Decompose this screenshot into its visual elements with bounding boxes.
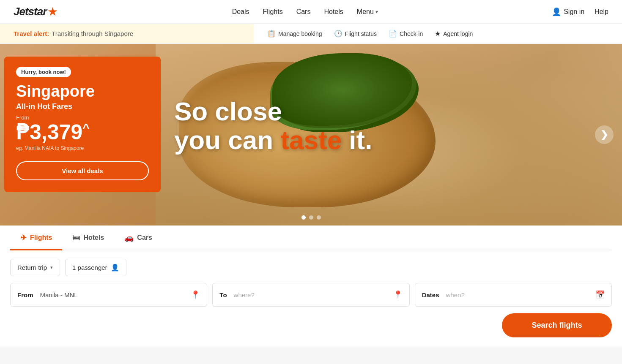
dates-placeholder: when? (446, 291, 465, 299)
agent-login-label: Agent login (443, 30, 473, 37)
help-link[interactable]: Help (595, 8, 608, 16)
utility-actions: 📋 Manage booking 🕐 Flight status 📄 Check… (254, 24, 486, 43)
promo-from-label: From (16, 114, 149, 121)
search-flights-button[interactable]: Search flights (502, 313, 612, 337)
alert-label: Travel alert: (14, 30, 49, 37)
agent-login-link[interactable]: ★ Agent login (435, 30, 473, 38)
logo[interactable]: Jetstar★ (14, 5, 58, 19)
search-tabs: ✈ Flights 🛏 Hotels 🚗 Cars (10, 225, 612, 250)
alert-message: Transiting through Singapore (52, 30, 133, 37)
hero-tagline-line2: you can taste it. (174, 126, 373, 155)
from-field[interactable]: From Manila - MNL 📍 (10, 283, 207, 307)
manage-booking-link[interactable]: 📋 Manage booking (267, 30, 322, 38)
promo-price: ₱3,379^ (16, 122, 149, 143)
manage-booking-icon: 📋 (267, 30, 276, 38)
nav-menu[interactable]: Menu ▾ (357, 8, 378, 16)
sign-in-button[interactable]: 👤 Sign in (552, 7, 584, 16)
chevron-down-icon: ▾ (375, 9, 378, 15)
nav-deals[interactable]: Deals (232, 8, 249, 16)
header-right: 👤 Sign in Help (552, 7, 608, 16)
sign-in-label: Sign in (564, 8, 584, 16)
manage-booking-label: Manage booking (278, 30, 322, 37)
dates-field[interactable]: Dates when? 📅 (415, 283, 612, 307)
alert-content: Travel alert: Transiting through Singapo… (14, 30, 133, 37)
utility-bar: Travel alert: Transiting through Singapo… (0, 24, 622, 44)
to-placeholder: where? (234, 291, 255, 299)
travel-alert: Travel alert: Transiting through Singapo… (0, 24, 254, 43)
promo-price-suffix: ^ (82, 121, 89, 134)
view-all-deals-button[interactable]: View all deals (16, 161, 149, 180)
chevron-right-icon: ❯ (600, 129, 608, 140)
nav-menu-label: Menu (357, 8, 374, 16)
to-field[interactable]: To where? 📍 (212, 283, 409, 307)
hero-tagline: So close you can taste it. (174, 97, 373, 154)
trip-type-dropdown[interactable]: Return trip ▾ (10, 259, 60, 276)
flight-status-label: Flight status (345, 30, 377, 37)
tab-hotels[interactable]: 🛏 Hotels (62, 225, 114, 250)
hero-tagline-line1: So close (174, 97, 373, 125)
agent-login-icon: ★ (435, 30, 441, 38)
passengers-dropdown[interactable]: 1 passenger 👤 (65, 259, 126, 276)
flights-tab-label: Flights (30, 234, 52, 242)
tab-flights[interactable]: ✈ Flights (10, 225, 62, 250)
nav-cars[interactable]: Cars (296, 8, 311, 16)
carousel-dot-3[interactable] (317, 215, 321, 220)
logo-star-icon: ★ (47, 5, 58, 19)
location-pin-to-icon: 📍 (393, 290, 403, 299)
carousel-dots (301, 215, 321, 220)
hero-tagline-highlight: taste (280, 125, 342, 155)
from-label: From (17, 291, 33, 299)
search-section: ✈ Flights 🛏 Hotels 🚗 Cars Return trip ▾ … (0, 225, 622, 348)
calendar-icon: 📅 (595, 290, 605, 299)
promo-badge: Hurry, book now! (16, 67, 71, 77)
logo-text: Jetstar (14, 5, 47, 18)
promo-city: Singapore (16, 82, 149, 101)
promo-example: eg. Manilia NAIA to Singapore (16, 145, 149, 151)
user-icon: 👤 (552, 7, 561, 16)
header: Jetstar★ Deals Flights Cars Hotels Menu … (0, 0, 622, 24)
promo-description: All-in Hot Fares (16, 102, 149, 111)
trip-type-chevron-icon: ▾ (50, 265, 53, 270)
hero-banner: So close you can taste it. Hurry, book n… (0, 44, 622, 225)
to-label: To (219, 291, 227, 299)
carousel-dot-2[interactable] (309, 215, 313, 220)
location-pin-icon: 📍 (191, 290, 200, 299)
flight-status-icon: 🕐 (334, 30, 343, 38)
nav-hotels[interactable]: Hotels (324, 8, 343, 16)
carousel-next-button[interactable]: ❯ (595, 125, 614, 144)
carousel-dot-1[interactable] (301, 215, 306, 220)
trip-type-value: Return trip (17, 264, 47, 271)
cars-tab-label: Cars (137, 234, 152, 242)
hotels-tab-label: Hotels (83, 234, 104, 242)
search-fields: From Manila - MNL 📍 To where? 📍 Dates wh… (10, 283, 612, 307)
search-controls: Return trip ▾ 1 passenger 👤 (10, 259, 612, 276)
check-in-link[interactable]: 📄 Check-in (389, 30, 423, 38)
flights-tab-icon: ✈ (20, 233, 27, 242)
dates-label: Dates (422, 291, 439, 299)
tab-cars[interactable]: 🚗 Cars (114, 225, 162, 250)
main-nav: Deals Flights Cars Hotels Menu ▾ (232, 8, 378, 16)
passengers-value: 1 passenger (72, 264, 107, 271)
check-in-icon: 📄 (389, 30, 397, 38)
flight-status-link[interactable]: 🕐 Flight status (334, 30, 377, 38)
nav-flights[interactable]: Flights (263, 8, 283, 16)
check-in-label: Check-in (400, 30, 423, 37)
cars-tab-icon: 🚗 (124, 233, 134, 242)
promo-card: Hurry, book now! Singapore All-in Hot Fa… (4, 57, 161, 192)
hotels-tab-icon: 🛏 (72, 234, 80, 242)
from-value: Manila - MNL (40, 291, 78, 299)
search-button-row: Search flights (10, 313, 612, 337)
passengers-icon: 👤 (111, 263, 119, 272)
